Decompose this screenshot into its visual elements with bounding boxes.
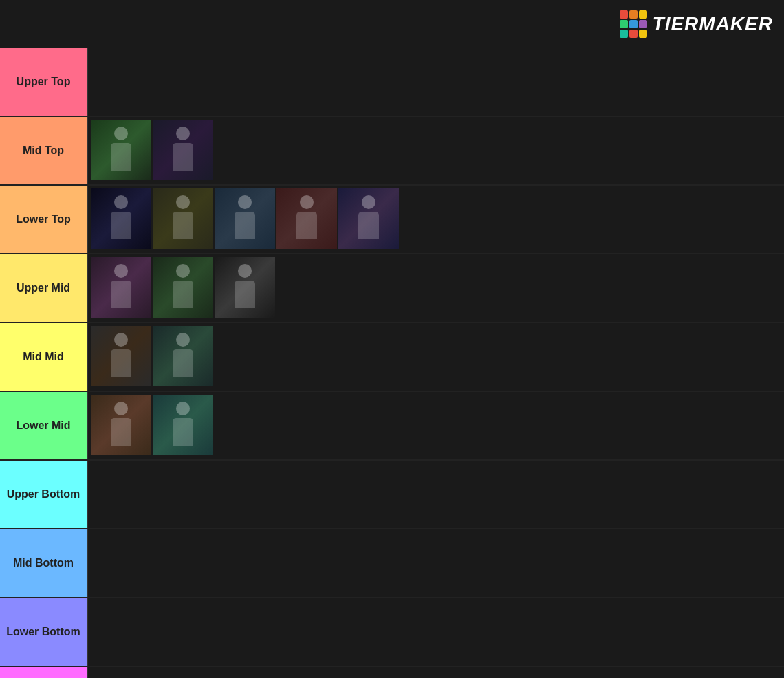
tier-label-lower-top: Lower Top [0, 186, 87, 253]
tier-image-11 [91, 326, 151, 386]
tier-row-mid-top: Mid Top [0, 117, 784, 186]
header: TiERMAKER [0, 0, 784, 48]
tier-content-upper-mid[interactable] [87, 254, 784, 322]
tier-row-lower-bottom: Lower Bottom [0, 598, 784, 667]
tier-content-mid-mid[interactable] [87, 323, 784, 391]
tier-label-upper-bottom: Upper Bottom [0, 461, 87, 528]
tier-label-lower-bottom: Lower Bottom [0, 598, 87, 666]
logo-grid-icon [620, 10, 647, 38]
tier-row-upper-bottom: Upper Bottom [0, 461, 784, 529]
tier-image-10 [215, 257, 275, 318]
tier-row-upper-top: Upper Top [0, 48, 784, 117]
tier-image-12 [153, 326, 213, 386]
tier-content-upper-top[interactable] [87, 48, 784, 116]
tier-image-2 [153, 120, 213, 180]
tier-image-13 [91, 395, 151, 455]
tier-image-7 [338, 188, 399, 249]
tier-label-mid-mid: Mid Mid [0, 323, 87, 391]
tier-content-lower-bottom[interactable] [87, 598, 784, 666]
tier-image-14 [153, 395, 213, 455]
tier-image-4 [153, 188, 213, 249]
tier-image-8 [91, 257, 151, 318]
logo: TiERMAKER [620, 10, 773, 38]
tier-content-upper-bottom[interactable] [87, 461, 784, 528]
tier-row-lower-mid: Lower Mid [0, 392, 784, 461]
tier-image-5 [215, 188, 275, 249]
tier-image-9 [153, 257, 213, 318]
tier-label-fuck-why: FUCK WHY DO I LIKE YOU [0, 667, 87, 678]
tier-list: Upper TopMid TopLower TopUpper MidMid Mi… [0, 48, 784, 678]
tier-label-lower-mid: Lower Mid [0, 392, 87, 459]
tier-row-lower-top: Lower Top [0, 186, 784, 254]
tier-content-mid-top[interactable] [87, 117, 784, 184]
tier-row-mid-bottom: Mid Bottom [0, 529, 784, 598]
tier-image-6 [276, 188, 337, 249]
tier-row-fuck-why: FUCK WHY DO I LIKE YOU [0, 667, 784, 678]
tier-label-upper-top: Upper Top [0, 48, 87, 116]
tier-content-lower-mid[interactable] [87, 392, 784, 459]
tier-content-mid-bottom[interactable] [87, 529, 784, 597]
tier-image-1 [91, 120, 151, 180]
tier-label-upper-mid: Upper Mid [0, 254, 87, 322]
tier-label-mid-bottom: Mid Bottom [0, 529, 87, 597]
tier-content-lower-top[interactable] [87, 186, 784, 253]
tier-row-mid-mid: Mid Mid [0, 323, 784, 392]
tier-image-3 [91, 188, 151, 249]
tier-label-mid-top: Mid Top [0, 117, 87, 184]
logo-text: TiERMAKER [653, 13, 773, 35]
tier-content-fuck-why[interactable] [87, 667, 784, 678]
tier-row-upper-mid: Upper Mid [0, 254, 784, 323]
